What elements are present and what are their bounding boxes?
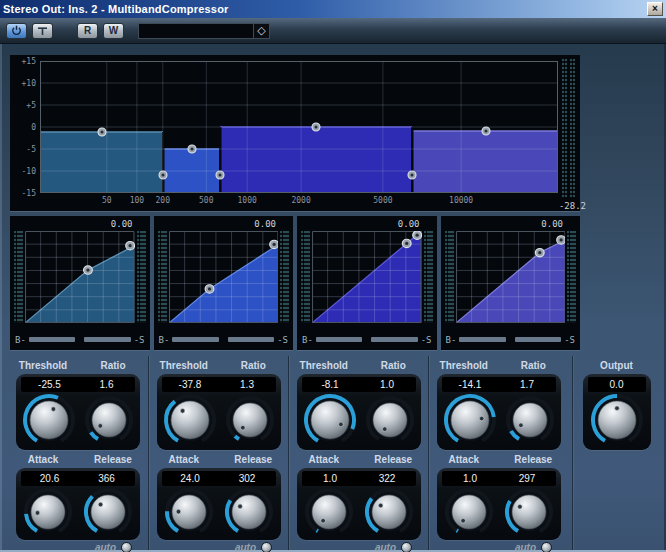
- band-4-compression-curve[interactable]: [456, 231, 566, 323]
- band-3-threshold-ratio-well: -8.11.0: [297, 374, 421, 450]
- band-1-input-meter: [14, 231, 23, 323]
- band-3-range-slider-high[interactable]: [371, 337, 417, 342]
- plugin-window: Stereo Out: Ins. 2 - MultibandCompressor…: [0, 0, 666, 552]
- band-1-gr-meter: [137, 231, 146, 323]
- band-1-ratio-knob[interactable]: [84, 395, 134, 445]
- band-1-range-slider-low[interactable]: [29, 337, 75, 342]
- band-2-compression-curve[interactable]: [169, 231, 279, 323]
- band-1-solo-label[interactable]: -S: [134, 335, 145, 345]
- release-value: 322: [359, 471, 416, 486]
- band-2-ratio-knob[interactable]: [225, 395, 275, 445]
- band-4-range-slider-low[interactable]: [459, 337, 505, 342]
- band-2-solo-label[interactable]: -S: [277, 335, 288, 345]
- threshold-value: -25.5: [21, 377, 78, 392]
- band-1-auto-release-button[interactable]: [121, 542, 132, 552]
- release-label: Release: [499, 454, 569, 468]
- close-button[interactable]: ×: [647, 2, 663, 16]
- band-4-gain-reduction-value: 0.00: [445, 219, 577, 231]
- knob-section: ThresholdRatio-25.51.6AttackRelease20.63…: [8, 356, 660, 550]
- band-2-bypass-label[interactable]: B-: [159, 335, 170, 345]
- band-1-gain-reduction-value: 0.00: [14, 219, 146, 231]
- freq-tick-label: 500: [199, 196, 213, 205]
- band-1-range-slider-high[interactable]: [84, 337, 130, 342]
- band-2-range-slider-low[interactable]: [172, 337, 218, 342]
- attack-label: Attack: [289, 454, 359, 468]
- threshold-label: Threshold: [289, 360, 359, 374]
- band-1-attack-knob[interactable]: [23, 487, 73, 537]
- band-2-controls: ThresholdRatio-37.81.3AttackRelease24.03…: [148, 356, 288, 550]
- band-4-controls: ThresholdRatio-14.11.7AttackRelease1.029…: [428, 356, 568, 550]
- band-1-bypass-label[interactable]: B-: [15, 335, 26, 345]
- power-button[interactable]: [6, 23, 27, 39]
- band-4-input-meter: [445, 231, 454, 323]
- band-3-auto-release-button[interactable]: [401, 542, 412, 552]
- band-1-release-knob[interactable]: [83, 487, 133, 537]
- band-2-gr-meter: [280, 231, 289, 323]
- band-2-attack-knob[interactable]: [164, 487, 214, 537]
- attack-value: 24.0: [162, 471, 219, 486]
- freq-tick-label: 10000: [449, 196, 473, 205]
- attack-label: Attack: [149, 454, 219, 468]
- band-1-compression-curve[interactable]: [25, 231, 135, 323]
- band-3-bypass-label[interactable]: B-: [302, 335, 313, 345]
- band-2-auto-release-button[interactable]: [261, 542, 272, 552]
- frequency-axis-labels: 5010020050010002000500010000: [40, 196, 558, 208]
- band-1-controls: ThresholdRatio-25.51.6AttackRelease20.63…: [8, 356, 148, 550]
- band-3-attack-knob[interactable]: [304, 487, 354, 537]
- bypass-button[interactable]: [32, 23, 53, 39]
- db-tick-label: 0: [12, 123, 36, 132]
- band-3-gain-reduction-value: 0.00: [301, 219, 433, 231]
- band-3-controls: ThresholdRatio-8.11.0AttackRelease1.0322…: [288, 356, 428, 550]
- release-label: Release: [78, 454, 148, 468]
- ratio-label: Ratio: [359, 360, 429, 374]
- band-3-solo-label[interactable]: -S: [421, 335, 432, 345]
- frequency-bands-chart[interactable]: [40, 61, 558, 193]
- output-label: Output: [573, 360, 660, 374]
- band-2-release-knob[interactable]: [224, 487, 274, 537]
- band-4-attack-knob[interactable]: [444, 487, 494, 537]
- attack-label: Attack: [8, 454, 78, 468]
- band-3-release-knob[interactable]: [364, 487, 414, 537]
- band-4-range-slider-high[interactable]: [515, 337, 561, 342]
- band-3-ratio-knob[interactable]: [365, 395, 415, 445]
- band-4-ratio-knob[interactable]: [505, 395, 555, 445]
- band-2-range-slider-high[interactable]: [228, 337, 274, 342]
- read-automation-button[interactable]: R: [77, 23, 98, 39]
- output-meter-value: -28.2: [559, 201, 586, 211]
- output-meter-left: [562, 59, 567, 197]
- db-tick-label: +10: [12, 79, 36, 88]
- release-value: 297: [499, 471, 556, 486]
- db-tick-label: -15: [12, 189, 36, 198]
- output-knob[interactable]: [590, 393, 644, 447]
- threshold-label: Threshold: [149, 360, 219, 374]
- band-4-release-knob[interactable]: [504, 487, 554, 537]
- release-label: Release: [219, 454, 289, 468]
- band-3-compression-curve[interactable]: [312, 231, 422, 323]
- band-1-threshold-knob[interactable]: [22, 393, 76, 447]
- threshold-label: Threshold: [8, 360, 78, 374]
- preset-menu-icon[interactable]: ◇: [253, 24, 269, 38]
- db-tick-label: -5: [12, 145, 36, 154]
- bypass-icon: [37, 26, 48, 36]
- write-automation-button[interactable]: W: [103, 23, 124, 39]
- db-tick-label: +15: [12, 57, 36, 66]
- band-4-solo-label[interactable]: -S: [564, 335, 575, 345]
- band-4-bypass-label[interactable]: B-: [446, 335, 457, 345]
- band-2-curve-panel: 0.00B--S: [154, 216, 294, 350]
- band-1-threshold-ratio-well: -25.51.6: [16, 374, 140, 450]
- titlebar[interactable]: Stereo Out: Ins. 2 - MultibandCompressor…: [0, 0, 666, 18]
- band-3-threshold-knob[interactable]: [303, 393, 357, 447]
- auto-release-label: auto: [235, 542, 256, 552]
- band-4-threshold-ratio-well: -14.11.7: [437, 374, 561, 450]
- toolbar: R W ◇: [0, 18, 666, 44]
- band-4-threshold-knob[interactable]: [443, 393, 497, 447]
- output-well: 0.0: [583, 374, 651, 450]
- freq-tick-label: 5000: [373, 196, 392, 205]
- preset-selector[interactable]: ◇: [138, 23, 270, 39]
- band-2-attack-release-well: 24.0302: [157, 468, 281, 540]
- band-4-auto-release-button[interactable]: [541, 542, 552, 552]
- band-3-curve-panel: 0.00B--S: [297, 216, 437, 350]
- band-3-range-slider-low[interactable]: [316, 337, 362, 342]
- band-2-gain-reduction-value: 0.00: [158, 219, 290, 231]
- band-2-threshold-knob[interactable]: [163, 393, 217, 447]
